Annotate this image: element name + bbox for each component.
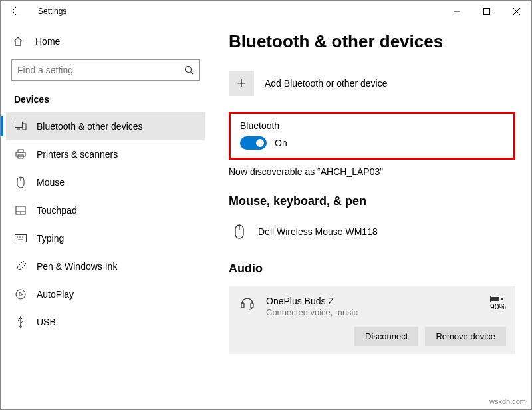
svg-rect-30 (501, 298, 503, 300)
mouse-icon (14, 176, 27, 188)
home-nav[interactable]: Home (6, 27, 205, 55)
sidebar-item-usb[interactable]: USB (6, 308, 205, 336)
sidebar-item-label: Printers & scanners (37, 149, 118, 160)
add-device-label: Add Bluetooth or other device (265, 78, 387, 89)
category-audio: Audio (229, 262, 515, 276)
search-box[interactable] (11, 59, 200, 81)
section-title: Devices (6, 91, 205, 112)
battery-icon (490, 296, 506, 302)
search-icon (184, 65, 194, 75)
sidebar-item-label: Bluetooth & other devices (37, 121, 143, 132)
bluetooth-highlight: Bluetooth On (229, 112, 515, 160)
sidebar-item-label: Touchpad (37, 205, 77, 216)
svg-rect-9 (18, 150, 23, 152)
mouse-icon (230, 224, 249, 239)
discoverable-text: Now discoverable as “AHCH_LAP03” (229, 166, 515, 177)
autoplay-icon (14, 289, 27, 300)
svg-rect-17 (15, 235, 27, 242)
sidebar-item-typing[interactable]: Typing (6, 224, 205, 252)
battery-percent: 90% (490, 302, 506, 311)
remove-device-button[interactable]: Remove device (425, 327, 506, 346)
sidebar-item-label: AutoPlay (37, 289, 74, 300)
sidebar-item-touchpad[interactable]: Touchpad (6, 196, 205, 224)
keyboard-icon (14, 234, 27, 242)
sidebar: Home Devices Bluetooth & other devices P… (1, 22, 210, 409)
disconnect-button[interactable]: Disconnect (354, 327, 418, 346)
audio-device-card[interactable]: OnePlus Buds Z Connected voice, music 90… (229, 286, 515, 354)
svg-rect-27 (241, 303, 244, 308)
usb-icon (14, 316, 27, 328)
audio-device-name: OnePlus Buds Z (266, 296, 490, 306)
sidebar-item-label: Typing (37, 233, 64, 244)
touchpad-icon (14, 206, 27, 215)
svg-rect-1 (483, 9, 489, 15)
device-name: Dell Wireless Mouse WM118 (258, 226, 378, 237)
home-label: Home (35, 36, 60, 47)
sidebar-item-label: Pen & Windows Ink (37, 261, 117, 272)
plus-icon: + (229, 71, 254, 96)
maximize-button[interactable] (471, 1, 501, 22)
sidebar-item-printers[interactable]: Printers & scanners (6, 140, 205, 168)
watermark: wsxdn.com (489, 397, 526, 405)
svg-rect-8 (23, 124, 26, 130)
svg-rect-6 (15, 122, 23, 128)
add-device-row[interactable]: + Add Bluetooth or other device (229, 71, 515, 96)
svg-rect-10 (16, 152, 25, 156)
sidebar-item-bluetooth[interactable]: Bluetooth & other devices (6, 112, 205, 140)
svg-rect-28 (251, 303, 253, 308)
sidebar-item-label: USB (37, 317, 56, 327)
svg-point-22 (16, 290, 25, 299)
devices-icon (14, 122, 27, 131)
svg-point-4 (186, 67, 192, 73)
minimize-button[interactable] (442, 1, 471, 22)
window-title: Settings (38, 7, 66, 16)
bluetooth-state: On (275, 138, 287, 148)
audio-device-status: Connected voice, music (266, 308, 490, 317)
content-pane: Bluetooth & other devices + Add Bluetoot… (210, 22, 531, 409)
sidebar-item-mouse[interactable]: Mouse (6, 168, 205, 196)
bluetooth-heading: Bluetooth (240, 120, 504, 131)
sidebar-item-label: Mouse (37, 177, 65, 188)
headset-icon (238, 296, 257, 310)
back-button[interactable]: 🡠 (7, 5, 26, 17)
page-title: Bluetooth & other devices (229, 31, 515, 52)
bluetooth-toggle[interactable] (240, 136, 267, 150)
search-input[interactable] (17, 65, 184, 75)
printer-icon (14, 149, 27, 160)
device-row[interactable]: Dell Wireless Mouse WM118 (229, 219, 515, 244)
svg-rect-31 (491, 297, 499, 301)
sidebar-item-pen[interactable]: Pen & Windows Ink (6, 252, 205, 280)
category-mouse-keyboard: Mouse, keyboard, & pen (229, 194, 515, 208)
home-icon (13, 36, 26, 47)
sidebar-item-autoplay[interactable]: AutoPlay (6, 280, 205, 308)
svg-line-5 (191, 72, 194, 75)
pen-icon (14, 261, 27, 272)
close-button[interactable] (501, 1, 531, 22)
